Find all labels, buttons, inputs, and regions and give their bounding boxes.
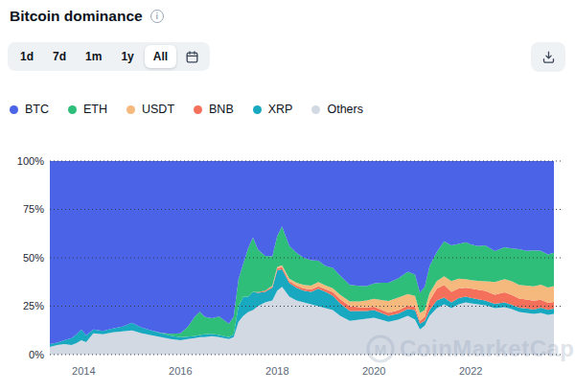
info-icon[interactable]: i: [150, 10, 164, 23]
legend-item-usdt[interactable]: USDT: [126, 103, 174, 116]
legend-dot-bnb: [194, 105, 202, 114]
x-tick-label: 2020: [362, 365, 385, 377]
legend-label: USDT: [142, 103, 174, 116]
legend-item-bnb[interactable]: BNB: [194, 103, 234, 116]
legend-item-btc[interactable]: BTC: [10, 103, 49, 116]
chart-header: Bitcoin dominance i: [10, 8, 164, 25]
range-button-7d[interactable]: 7d: [44, 45, 75, 68]
coinmarketcap-watermark: MCoinMarketCap: [368, 335, 575, 361]
legend-label: XRP: [268, 103, 293, 116]
chart-legend: BTCETHUSDTBNBXRPOthers: [10, 103, 363, 116]
x-tick-label: 2018: [265, 365, 288, 377]
x-tick-label: 2014: [72, 365, 95, 377]
y-tick-label: 75%: [23, 203, 44, 215]
x-tick-label: 2022: [459, 365, 482, 377]
calendar-icon: [185, 50, 199, 64]
y-tick-label: 25%: [23, 300, 44, 311]
dominance-chart[interactable]: MCoinMarketCap100%75%50%25%0%20142016201…: [0, 144, 575, 392]
legend-label: BTC: [25, 103, 49, 116]
y-tick-label: 50%: [23, 252, 44, 264]
range-button-1d[interactable]: 1d: [12, 45, 42, 68]
range-button-all[interactable]: All: [145, 45, 176, 68]
page-title: Bitcoin dominance: [10, 8, 143, 25]
svg-text:CoinMarketCap: CoinMarketCap: [400, 335, 575, 361]
range-button-1m[interactable]: 1m: [77, 45, 110, 68]
legend-dot-eth: [68, 105, 77, 114]
legend-label: Others: [327, 103, 363, 116]
legend-dot-others: [311, 105, 320, 114]
chart-controls: 1d7d1m1yAll: [8, 42, 565, 72]
legend-dot-btc: [10, 105, 18, 114]
legend-label: BNB: [209, 103, 234, 116]
legend-item-xrp[interactable]: XRP: [253, 103, 293, 116]
download-button[interactable]: [531, 42, 565, 72]
x-tick-label: 2016: [169, 365, 192, 377]
y-tick-label: 100%: [17, 155, 44, 167]
legend-item-others[interactable]: Others: [311, 103, 363, 116]
legend-item-eth[interactable]: ETH: [68, 103, 107, 116]
range-button-group: 1d7d1m1yAll: [8, 42, 210, 71]
legend-dot-usdt: [126, 105, 135, 114]
calendar-button[interactable]: [178, 46, 206, 68]
y-tick-label: 0%: [29, 349, 44, 360]
download-icon: [541, 50, 556, 64]
legend-label: ETH: [83, 103, 107, 116]
legend-dot-xrp: [253, 105, 262, 114]
range-button-1y[interactable]: 1y: [112, 45, 142, 68]
